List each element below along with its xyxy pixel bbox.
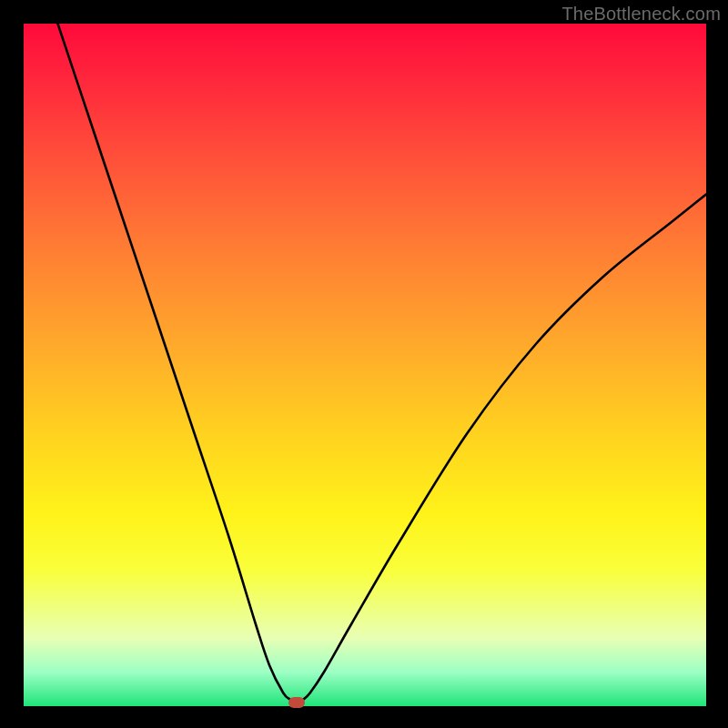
minimum-marker <box>288 697 305 708</box>
chart-stage: TheBottleneck.com <box>0 0 728 728</box>
watermark-text: TheBottleneck.com <box>561 4 721 25</box>
curve-svg <box>24 24 706 706</box>
plot-area <box>24 24 706 706</box>
bottleneck-curve <box>58 24 707 703</box>
